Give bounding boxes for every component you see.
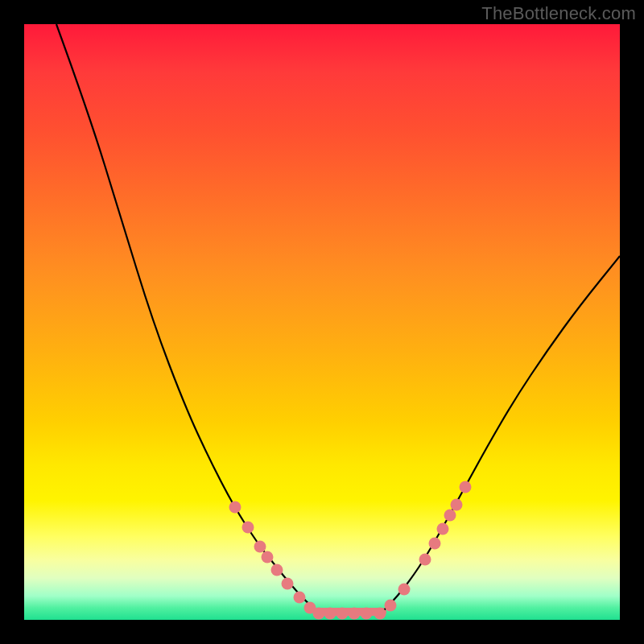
data-marker: [254, 541, 266, 553]
data-marker: [313, 608, 325, 620]
data-markers: [229, 481, 472, 620]
data-marker: [398, 584, 411, 596]
data-marker: [336, 608, 349, 620]
data-marker: [242, 522, 254, 534]
data-marker: [429, 538, 441, 550]
data-marker: [271, 564, 283, 576]
data-marker: [282, 578, 294, 590]
data-marker: [385, 600, 397, 612]
data-marker: [374, 608, 386, 620]
curve-svg: [24, 24, 620, 620]
data-marker: [349, 608, 361, 620]
left-curve: [56, 24, 318, 612]
data-marker: [361, 608, 373, 620]
data-marker: [451, 499, 463, 511]
watermark-text: TheBottleneck.com: [481, 3, 636, 24]
data-marker: [324, 608, 336, 620]
plot-area: [24, 24, 620, 620]
data-marker: [262, 551, 274, 564]
data-marker: [444, 510, 456, 522]
right-curve: [382, 256, 620, 612]
data-marker: [437, 523, 449, 535]
data-marker: [419, 554, 431, 566]
data-marker: [229, 502, 242, 514]
data-marker: [294, 592, 306, 604]
data-marker: [460, 481, 472, 493]
chart-container: TheBottleneck.com: [0, 0, 644, 644]
